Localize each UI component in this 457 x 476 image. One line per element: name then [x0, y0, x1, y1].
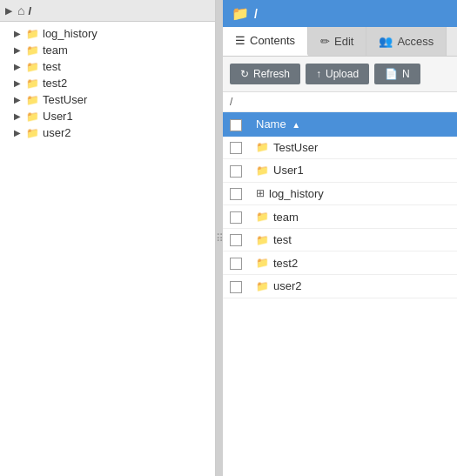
folder-icon-log_history: 📁 [26, 28, 39, 40]
table-row[interactable]: 📁 test [223, 228, 457, 251]
row-check-TestUser[interactable] [223, 137, 249, 159]
tab-icon-contents: ☰ [235, 34, 245, 47]
panel-splitter[interactable]: ⠿ [216, 0, 223, 476]
tree-item-User1[interactable]: ▶ 📁 User1 [0, 108, 215, 124]
tree-arrow-test2: ▶ [14, 78, 23, 88]
tab-icon-access: 👥 [379, 35, 393, 48]
folder-icon-User1: 📁 [26, 111, 39, 123]
row-check-test2[interactable] [223, 251, 249, 275]
home-icon: ⌂ [17, 3, 24, 17]
folder-icon-team: 📁 [26, 44, 39, 57]
tree-label-User1: User1 [43, 110, 73, 123]
content-area: / Name ▲ 📁 TestUser [223, 92, 457, 476]
checkbox-test2[interactable] [230, 258, 242, 270]
folder-icon-test: 📁 [26, 61, 39, 73]
row-name-User1[interactable]: 📁 User1 [249, 159, 457, 183]
checkbox-test[interactable] [230, 234, 242, 246]
tree-label-user2: user2 [43, 126, 71, 139]
row-check-User1[interactable] [223, 159, 249, 183]
table-row[interactable]: 📁 User1 [223, 159, 457, 183]
table-row[interactable]: 📁 test2 [223, 251, 457, 275]
new-icon: 📄 [385, 68, 398, 80]
sort-asc-icon: ▲ [292, 120, 300, 130]
folder-icon-User1: 📁 [256, 164, 269, 177]
row-name-user2[interactable]: 📁 user2 [249, 274, 457, 298]
folder-icon-user2: 📁 [256, 280, 269, 292]
tree-label-team: team [43, 44, 68, 57]
row-label-User1: User1 [273, 164, 304, 177]
folder-icon-test2: 📁 [256, 257, 269, 269]
row-label-TestUser: TestUser [273, 141, 318, 154]
tab-access[interactable]: 👥 Access [366, 27, 447, 56]
root-label[interactable]: / [28, 4, 31, 17]
row-check-user2[interactable] [223, 274, 249, 298]
row-name-test2[interactable]: 📁 test2 [249, 251, 457, 275]
checkbox-User1[interactable] [230, 165, 242, 178]
header-name-col[interactable]: Name ▲ [249, 112, 457, 137]
tree-item-TestUser[interactable]: ▶ 📁 TestUser [0, 91, 215, 108]
row-check-log_history[interactable] [223, 182, 249, 205]
table-row[interactable]: 📁 team [223, 205, 457, 229]
folder-icon-team: 📁 [256, 211, 269, 223]
new-button[interactable]: 📄 N [374, 64, 420, 84]
right-panel: 📁 / ☰ Contents ✏ Edit 👥 Access ↻ Refresh… [223, 0, 457, 476]
tree-label-log_history: log_history [43, 27, 97, 40]
table-row[interactable]: ⊞ log_history [223, 182, 457, 205]
tab-edit[interactable]: ✏ Edit [308, 27, 366, 56]
left-panel-header: ▶ ⌂ / [0, 0, 215, 22]
tree-item-team[interactable]: ▶ 📁 team [0, 42, 215, 58]
upload-icon: ↑ [316, 68, 321, 80]
checkbox-user2[interactable] [230, 281, 242, 293]
table-row[interactable]: 📁 TestUser [223, 137, 457, 159]
tree-item-test[interactable]: ▶ 📁 test [0, 58, 215, 75]
tree-arrow-TestUser: ▶ [14, 95, 23, 104]
file-table: Name ▲ 📁 TestUser 📁 User1 [223, 112, 457, 298]
row-check-team[interactable] [223, 205, 249, 229]
tree-label-TestUser: TestUser [43, 93, 87, 106]
upload-button[interactable]: ↑ Upload [306, 64, 369, 84]
row-name-log_history[interactable]: ⊞ log_history [249, 182, 457, 205]
folder-icon-TestUser: 📁 [26, 94, 39, 106]
header-folder-icon: 📁 [232, 5, 249, 22]
tree-arrow-User1: ▶ [14, 111, 23, 121]
root-arrow[interactable]: ▶ [5, 6, 14, 16]
table-header-row: Name ▲ [223, 112, 457, 137]
tab-icon-edit: ✏ [320, 35, 330, 48]
tree-arrow-log_history: ▶ [14, 29, 23, 38]
row-label-test: test [273, 233, 292, 246]
tab-label-access: Access [397, 35, 433, 48]
tree-arrow-team: ▶ [14, 45, 23, 55]
checkbox-log_history[interactable] [230, 188, 242, 200]
row-label-log_history: log_history [269, 187, 324, 200]
refresh-button[interactable]: ↻ Refresh [230, 64, 300, 84]
row-label-team: team [273, 211, 299, 224]
header-checkbox[interactable] [230, 119, 242, 131]
tab-label-edit: Edit [334, 35, 353, 48]
folder-icon-TestUser: 📁 [256, 141, 269, 153]
tab-contents[interactable]: ☰ Contents [223, 27, 308, 56]
row-name-team[interactable]: 📁 team [249, 205, 457, 229]
checkbox-team[interactable] [230, 211, 242, 224]
header-check-col[interactable] [223, 112, 249, 137]
tree-item-log_history[interactable]: ▶ 📁 log_history [0, 25, 215, 42]
row-label-user2: user2 [273, 279, 302, 292]
table-row[interactable]: 📁 user2 [223, 274, 457, 298]
folder-icon-test2: 📁 [26, 77, 39, 90]
refresh-icon: ↻ [240, 68, 249, 80]
row-name-test[interactable]: 📁 test [249, 228, 457, 251]
folder-icon-user2: 📁 [26, 127, 39, 139]
row-check-test[interactable] [223, 228, 249, 251]
left-panel: ▶ ⌂ / ▶ 📁 log_history ▶ 📁 team ▶ 📁 test … [0, 0, 216, 476]
folder-icon-test: 📁 [256, 234, 269, 246]
tree-container: ▶ 📁 log_history ▶ 📁 team ▶ 📁 test ▶ 📁 te… [0, 22, 215, 476]
right-panel-header: 📁 / [223, 0, 457, 27]
tree-label-test: test [43, 60, 61, 73]
row-label-test2: test2 [273, 257, 298, 270]
tree-item-user2[interactable]: ▶ 📁 user2 [0, 124, 215, 141]
row-name-TestUser[interactable]: 📁 TestUser [249, 137, 457, 159]
path-bar: / [223, 92, 457, 112]
tab-label-contents: Contents [250, 34, 295, 47]
tree-item-test2[interactable]: ▶ 📁 test2 [0, 75, 215, 91]
checkbox-TestUser[interactable] [230, 142, 242, 154]
right-panel-root-label: / [254, 7, 258, 21]
